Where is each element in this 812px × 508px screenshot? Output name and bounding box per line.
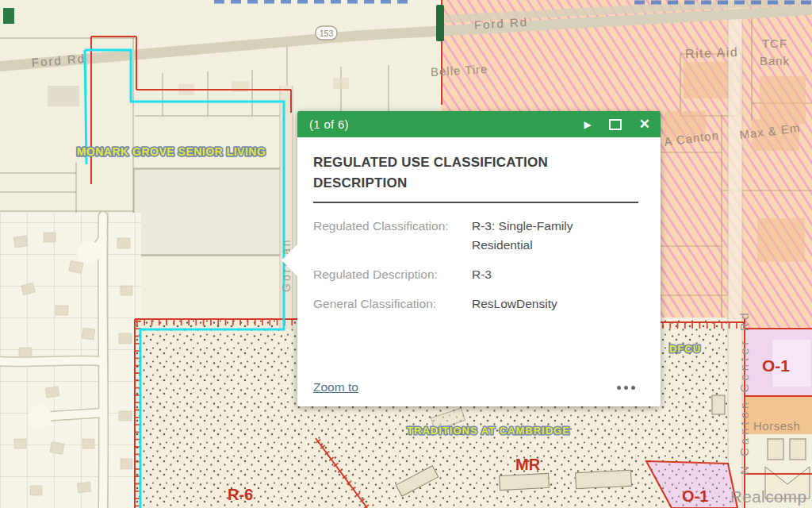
popup-header: (1 of 6) ▶ ✕ <box>297 111 661 137</box>
popup-body: REGULATED USE CLASSIFICATION DESCRIPTION… <box>297 137 661 314</box>
field-label: Regulated Classification: <box>313 217 460 255</box>
field-value: ResLowDensity <box>460 294 557 314</box>
zoom-to-link[interactable]: Zoom to <box>313 380 358 394</box>
field-row: Regulated Classification: R-3: Single-Fa… <box>313 217 645 255</box>
highway-153-shield: 153 <box>316 26 337 40</box>
overflow-menu-icon[interactable] <box>617 386 635 390</box>
field-value: R-3: Single-Family Residential <box>460 217 615 255</box>
feature-popup: (1 of 6) ▶ ✕ REGULATED USE CLASSIFICATIO… <box>297 111 661 406</box>
dock-icon[interactable] <box>609 119 622 130</box>
popup-title: REGULATED USE CLASSIFICATION DESCRIPTION <box>313 152 645 194</box>
green-patch-belle-tire <box>436 5 444 41</box>
popup-pager: (1 of 6) <box>309 117 567 131</box>
tcf-bank-label-line2: Bank <box>760 54 790 67</box>
n-canton-center-rd-label: N Canton Center Rd <box>737 310 751 475</box>
zone-r6-label: R-6 <box>228 486 253 503</box>
map-application: 153 Ford Rd Ford Rd N Canton Center Rd G… <box>0 0 812 508</box>
parcel-greenish <box>134 169 286 255</box>
dfcu-annotation: DFCU <box>669 343 701 355</box>
zone-o1-east-label: O-1 <box>762 356 790 375</box>
zone-o1-south-label: O-1 <box>682 487 708 505</box>
popup-pointer <box>282 244 298 277</box>
attribute-fields: Regulated Classification: R-3: Single-Fa… <box>313 217 645 314</box>
field-value: R-3 <box>460 265 492 284</box>
popup-footer: Zoom to <box>313 376 635 398</box>
traditions-annotation: TRADITIONS AT CAMBRIDGE <box>407 425 570 437</box>
field-row: Regulated Description: R-3 <box>313 265 645 284</box>
next-feature-icon[interactable]: ▶ <box>584 120 592 129</box>
horseshoe-label: Horsesh <box>753 419 800 433</box>
realcomp-watermark: Realcomp <box>730 487 806 506</box>
zone-mr-label: MR <box>515 456 541 473</box>
close-icon[interactable]: ✕ <box>639 117 650 131</box>
title-divider <box>313 202 638 203</box>
field-label: Regulated Description: <box>313 265 460 284</box>
tcf-bank-label-line1: TCF <box>762 37 787 50</box>
field-label: General Classification: <box>313 294 460 314</box>
green-patch-topleft <box>3 8 14 24</box>
monark-grove-annotation: MONARK GROVE SENIOR LIVING <box>77 145 266 158</box>
field-row: General Classification: ResLowDensity <box>313 294 645 314</box>
highway-153-label: 153 <box>320 29 334 38</box>
rite-aid-label: Rite Aid <box>685 45 739 60</box>
